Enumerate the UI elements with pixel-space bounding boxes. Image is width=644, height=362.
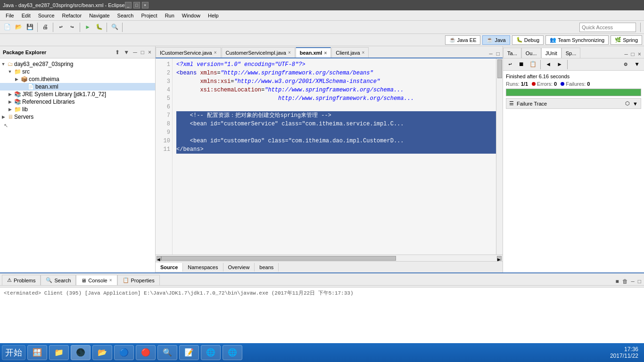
console-tab-properties[interactable]: 📋 Properties <box>117 275 160 285</box>
tree-item-project[interactable]: ▼ 🗂 day63_ee287_03spring <box>0 60 155 68</box>
pkg-maximize-button[interactable]: □ <box>140 49 145 56</box>
failure-trace-expand[interactable]: ⬡ <box>625 100 630 107</box>
junit-menu-button[interactable]: ▼ <box>632 59 642 70</box>
console-tab-close[interactable]: × <box>109 278 112 283</box>
perspective-team[interactable]: 👥 Team Synchronizing <box>545 35 609 45</box>
minimize-button[interactable]: _ <box>125 2 132 8</box>
menu-project[interactable]: Project <box>137 12 161 19</box>
taskbar-app-office[interactable]: 📝 <box>179 345 199 360</box>
pkg-menu-button[interactable]: ▼ <box>123 49 130 56</box>
tab-beanxml[interactable]: bean.xml × <box>296 47 331 58</box>
junit-rerun-button[interactable]: ↩ <box>505 59 515 70</box>
tab-beanxml-close[interactable]: × <box>324 50 327 56</box>
console-tab-console[interactable]: 🖥 Console × <box>76 275 117 285</box>
open-button[interactable]: 📂 <box>13 22 24 33</box>
taskbar-app-eclipse[interactable]: 🌑 <box>71 345 91 360</box>
tab-clientjava[interactable]: Client.java × <box>331 47 369 58</box>
junit-history-button[interactable]: 📋 <box>528 59 538 70</box>
taskbar-app-explorer[interactable]: 🪟 <box>27 345 47 360</box>
pkg-minimize-button[interactable]: ─ <box>132 49 138 56</box>
quick-access-input[interactable] <box>579 23 636 32</box>
horizontal-scrollbar[interactable]: ◀ ▶ <box>156 255 503 261</box>
editor-maximize-button[interactable]: □ <box>495 51 501 58</box>
close-button[interactable]: × <box>142 2 149 8</box>
bottom-tab-overview[interactable]: Overview <box>223 263 255 272</box>
console-clear-button[interactable]: 🗑 <box>621 278 629 285</box>
junit-tab-junit[interactable]: JUnit <box>541 48 561 58</box>
junit-tab-tasks[interactable]: Ta... <box>503 48 521 58</box>
scroll-left-button[interactable]: ◀ <box>157 256 161 261</box>
menu-source[interactable]: Source <box>34 12 58 19</box>
horizontal-scroll-thumb[interactable] <box>161 256 396 261</box>
console-minimize-button[interactable]: ─ <box>630 279 636 285</box>
tab-customerserviceimpl[interactable]: CustomerServiceImpl.java × <box>222 47 295 58</box>
tree-item-src[interactable]: ▼ 📁 src <box>0 68 155 75</box>
junit-maximize-button[interactable]: □ <box>630 51 636 58</box>
bottom-tab-namespaces[interactable]: Namespaces <box>183 263 223 272</box>
editor-minimize-button[interactable]: ─ <box>488 51 494 58</box>
junit-stop-button[interactable]: ⏹ <box>516 59 527 70</box>
run-button[interactable]: ▶ <box>83 22 93 33</box>
tree-item-package[interactable]: ▶ 📦 com.itheima <box>0 75 155 83</box>
pkg-close-button[interactable]: × <box>147 49 152 56</box>
tree-item-lib[interactable]: ▶ 📁 lib <box>0 106 155 113</box>
junit-tab-spring[interactable]: Sp... <box>561 48 581 58</box>
failure-trace-menu[interactable]: ▼ <box>633 101 638 107</box>
taskbar-app-qq[interactable]: 🔵 <box>114 345 134 360</box>
menu-window[interactable]: Window <box>178 12 204 19</box>
tab-icustomerservice[interactable]: ICustomerService.java × <box>156 47 221 58</box>
vertical-scrollbar[interactable] <box>496 58 503 255</box>
save-button[interactable]: 💾 <box>25 22 35 33</box>
editor-area[interactable]: 1 2 3 4 5 6 7 8 9 10 11 <?xml version="1… <box>156 58 503 255</box>
junit-tab-outline[interactable]: Ou... <box>521 48 541 58</box>
console-terminate-button[interactable]: ■ <box>614 279 619 285</box>
restore-button[interactable]: □ <box>133 2 140 8</box>
taskbar-app-search[interactable]: 🔍 <box>157 345 177 360</box>
vertical-scroll-thumb[interactable] <box>497 59 502 78</box>
menu-help[interactable]: Help <box>204 12 223 19</box>
taskbar-app-chrome[interactable]: 🌐 <box>201 345 221 360</box>
console-maximize-button[interactable]: □ <box>637 279 642 285</box>
menu-file[interactable]: File <box>2 12 18 19</box>
taskbar-app-red[interactable]: 🔴 <box>136 345 156 360</box>
junit-minimize-button[interactable]: ─ <box>623 51 628 58</box>
scroll-right-button[interactable]: ▶ <box>497 256 502 261</box>
tree-item-servers[interactable]: ▶ 🖥 Servers <box>0 113 155 121</box>
tab-customerserviceimpl-close[interactable]: × <box>288 50 291 55</box>
undo-button[interactable]: ↩ <box>56 22 66 33</box>
perspective-java[interactable]: ☕ Java <box>482 35 510 45</box>
tree-item-beanxml[interactable]: 📄 bean.xml <box>0 83 155 90</box>
junit-filter-button[interactable]: ⚙ <box>620 59 631 70</box>
taskbar-app-folder2[interactable]: 📂 <box>92 345 112 360</box>
perspective-javaee[interactable]: ☕ Java EE <box>445 35 481 45</box>
tree-item-reflibs[interactable]: ▶ 📚 Referenced Libraries <box>0 98 155 106</box>
menu-search[interactable]: Search <box>114 12 138 19</box>
junit-next-button[interactable]: ▶ <box>554 59 565 70</box>
code-editor[interactable]: <?xml version="1.0" encoding="UTF-8"?> <… <box>173 58 503 255</box>
taskbar-app-files[interactable]: 📁 <box>49 345 69 360</box>
taskbar-app-chrome2[interactable]: 🌐 <box>223 345 242 360</box>
search-button[interactable]: 🔍 <box>109 22 120 33</box>
junit-close-button[interactable]: × <box>637 51 642 58</box>
debug-button[interactable]: 🐛 <box>94 22 104 33</box>
menu-navigate[interactable]: Navigate <box>85 12 113 19</box>
tab-icustomerservice-close[interactable]: × <box>214 50 217 55</box>
junit-prev-button[interactable]: ◀ <box>543 59 553 70</box>
tree-item-jre[interactable]: ▶ 📚 JRE System Library [jdk1.7.0_72] <box>0 90 155 98</box>
menu-refactor[interactable]: Refactor <box>58 12 86 19</box>
console-tab-problems[interactable]: ⚠ Problems <box>2 275 41 285</box>
start-button[interactable]: 开始 <box>2 345 25 360</box>
menu-run[interactable]: Run <box>161 12 178 19</box>
perspective-spring[interactable]: 🌿 Spring <box>611 35 642 45</box>
bottom-tab-source[interactable]: Source <box>156 263 183 272</box>
console-content[interactable]: <terminated> Client (395) [Java Applicat… <box>0 288 644 343</box>
redo-button[interactable]: ↪ <box>67 22 77 33</box>
tab-clientjava-close[interactable]: × <box>362 50 365 55</box>
bottom-tab-beans[interactable]: beans <box>255 263 279 272</box>
console-tab-search[interactable]: 🔍 Search <box>41 275 76 285</box>
perspective-debug[interactable]: 🐛 Debug <box>512 35 544 45</box>
new-button[interactable]: 📄 <box>2 22 12 33</box>
menu-edit[interactable]: Edit <box>18 12 34 19</box>
print-button[interactable]: 🖨 <box>40 22 50 33</box>
pkg-collapse-button[interactable]: ⬆ <box>114 49 121 56</box>
